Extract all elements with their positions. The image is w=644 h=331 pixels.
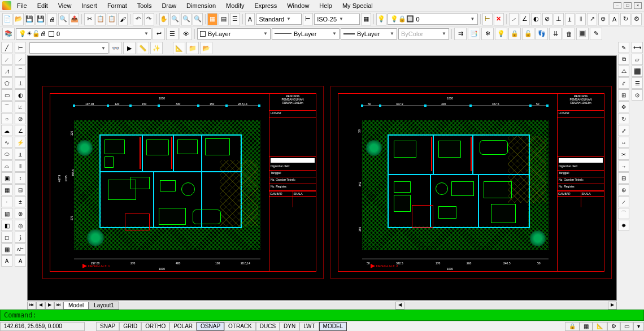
stretch-button[interactable]: ↔ — [618, 137, 629, 148]
textstyle-combo[interactable]: Standard▼ — [256, 14, 302, 25]
lineweight-combo[interactable]: ByLayer▼ — [341, 28, 397, 40]
dim-ord-v-button[interactable]: ⊥ — [15, 77, 26, 89]
distance-button[interactable]: ⟷ — [632, 42, 643, 53]
tab-last-button[interactable]: ⏭ — [54, 302, 63, 310]
join-button[interactable]: ⊕ — [618, 184, 629, 195]
dimstyle-icon[interactable]: ⊢ — [303, 13, 313, 25]
otrack-toggle[interactable]: OTRACK — [224, 322, 256, 331]
minimize-button[interactable]: – — [613, 2, 621, 9]
dim-aligned-button[interactable]: ⟋ — [509, 13, 519, 25]
dim-ordinate-button[interactable]: ⊥ — [554, 13, 564, 25]
make-layer-current-button[interactable]: ⇉ — [454, 28, 467, 40]
preview-button[interactable]: 🔍 — [58, 13, 68, 25]
copy-button[interactable]: 📋 — [95, 13, 106, 25]
status-tray-1[interactable]: 🔒 — [565, 322, 580, 331]
dim-edit-v-button[interactable]: A⊢ — [15, 243, 26, 255]
model-toggle[interactable]: MODEL — [319, 322, 347, 331]
list-button[interactable]: ☰ — [632, 77, 643, 89]
array-button[interactable]: ⊞ — [618, 89, 629, 101]
hscroll-track[interactable] — [119, 302, 395, 310]
dim-leader-button[interactable]: ↗ — [587, 13, 597, 25]
offset-button[interactable]: ⫽ — [618, 77, 629, 89]
dim-base-v-button[interactable]: ⫫ — [15, 149, 26, 160]
dim-tedit-v-button[interactable]: A — [15, 255, 26, 267]
arc-button[interactable]: ⌒ — [1, 101, 12, 112]
zoom-window-button[interactable]: 🔍 — [181, 13, 192, 25]
chevron-down-icon[interactable]: ▼ — [263, 31, 268, 36]
status-tray-5[interactable]: ▭ — [620, 322, 633, 331]
dim-angular-button[interactable]: ∠ — [520, 13, 530, 25]
misc1-icon[interactable]: 📐 — [173, 42, 185, 54]
pan-button[interactable]: ✋ — [159, 13, 169, 25]
redo-button[interactable]: ↷ — [144, 13, 154, 25]
fillet-button[interactable]: ⌒ — [618, 208, 629, 219]
region-mass-button[interactable]: ⬛ — [632, 66, 643, 77]
textstyle-icon[interactable]: A — [245, 13, 255, 25]
menu-express[interactable]: Express — [250, 1, 281, 10]
zoom-rt-button[interactable]: 🔍 — [170, 13, 180, 25]
status-tray-4[interactable]: ⚙ — [607, 322, 620, 331]
dimstyle-combo[interactable]: ISO-25▼ — [314, 14, 360, 25]
mtext-button[interactable]: A — [1, 255, 12, 267]
layerstate-icon[interactable]: 💡 — [376, 13, 386, 25]
drawing-canvas[interactable]: RENCANAPEMBANGUNANRUMAH 10x13m LOKASI: D… — [27, 55, 617, 300]
mirror-button[interactable]: ⧍ — [618, 66, 629, 77]
ellipse-arc-button[interactable]: ⌓ — [1, 160, 12, 172]
table-style-button[interactable]: ▦ — [361, 13, 371, 25]
dim-arc-v-button[interactable]: ⌒ — [15, 66, 26, 77]
spline-button[interactable]: ∿ — [1, 137, 12, 148]
rectangle-button[interactable]: ▭ — [1, 89, 12, 101]
menu-edit[interactable]: Edit — [33, 1, 53, 10]
gradient-button[interactable]: ◧ — [1, 220, 12, 231]
matchprop-button[interactable]: 🖌 — [118, 13, 128, 25]
copy-obj-button[interactable]: ⧉ — [618, 54, 629, 65]
polar-toggle[interactable]: POLAR — [169, 322, 197, 331]
dim-qck-v-button[interactable]: ⚡ — [15, 137, 26, 148]
grid-toggle[interactable]: GRID — [119, 322, 141, 331]
menu-file[interactable]: File — [12, 1, 32, 10]
hscroll-left-button[interactable]: ◀ — [395, 302, 404, 310]
layer-states-button[interactable]: ☰ — [166, 28, 179, 40]
new-button[interactable]: 📄 — [2, 13, 12, 25]
chevron-down-icon[interactable]: ▼ — [101, 46, 106, 51]
inspection-v-button[interactable]: ◎ — [15, 220, 26, 231]
ortho-toggle[interactable]: ORTHO — [141, 322, 169, 331]
dim-override-button[interactable]: ⚙ — [632, 13, 642, 25]
make-block-button[interactable]: ▦ — [1, 184, 12, 195]
command-line[interactable]: Command: — [0, 310, 644, 321]
insert-block-button[interactable]: ▦ — [207, 13, 217, 25]
polyline-button[interactable]: ⩘ — [1, 66, 12, 77]
menu-draw[interactable]: Draw — [157, 1, 181, 10]
center-mark-v-button[interactable]: ⊕ — [15, 208, 26, 219]
ducs-toggle[interactable]: DUCS — [256, 322, 280, 331]
hscroll-right-button[interactable]: ▶ — [608, 302, 617, 310]
dim-ali-v-button[interactable]: ⟋ — [15, 54, 26, 65]
dim-baseline-button[interactable]: ⫫ — [565, 13, 575, 25]
revcloud-button[interactable]: ☁ — [1, 125, 12, 136]
trim-button[interactable]: ✂ — [618, 149, 629, 160]
paste-button[interactable]: 📋 — [107, 13, 117, 25]
layer-lock-button[interactable]: 🔒 — [508, 28, 521, 40]
dim-diameter-button[interactable]: ⊘ — [542, 13, 552, 25]
layer-vpfreeze-button[interactable]: 🔳 — [576, 28, 589, 40]
dim-rad-v-button[interactable]: ◐ — [15, 89, 26, 101]
line-button[interactable]: ╱ — [1, 42, 12, 53]
status-tray-3[interactable]: 📐 — [593, 322, 607, 331]
zoom-prev-button[interactable]: 🔍 — [193, 13, 203, 25]
find-combo[interactable]: ▼ — [29, 42, 108, 54]
misc3-icon[interactable]: 📂 — [200, 42, 212, 54]
close-button[interactable]: × — [634, 2, 642, 9]
layer-previous-button[interactable]: ↩ — [153, 28, 165, 40]
layer-misc-button[interactable]: ✎ — [590, 28, 602, 40]
locate-button[interactable]: ⊙ — [632, 89, 643, 101]
menu-myspecial[interactable]: My Special — [338, 1, 377, 10]
coords-readout[interactable]: 142.616, 25.659, 0.000 — [0, 322, 85, 331]
hscroll-thumb-area[interactable] — [404, 302, 608, 310]
saveall-button[interactable]: 💾 — [36, 13, 46, 25]
jogged-lin-v-button[interactable]: ⟆ — [15, 232, 26, 243]
status-tray-menu[interactable]: ▾ — [633, 322, 644, 331]
dim-update-button[interactable]: ↻ — [620, 13, 630, 25]
dim-dia-v-button[interactable]: ⊘ — [15, 113, 26, 124]
tab-model[interactable]: Model — [63, 302, 89, 310]
undo-button[interactable]: ↶ — [133, 13, 143, 25]
